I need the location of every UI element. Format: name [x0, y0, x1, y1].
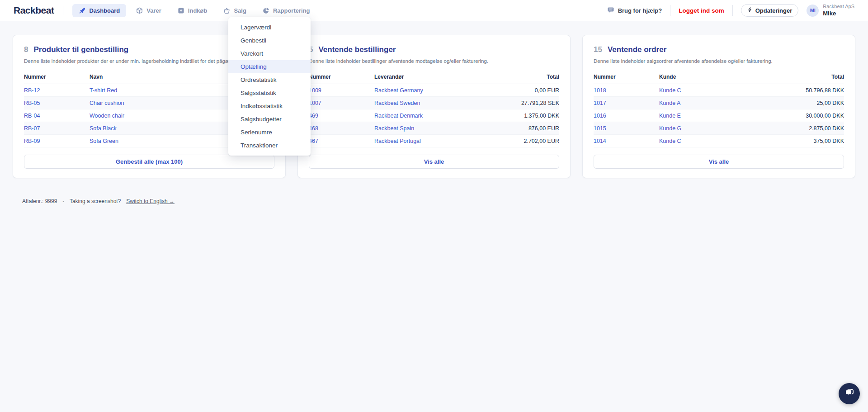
view-all-button[interactable]: Vis alle	[309, 155, 559, 169]
nav-item-rapportering[interactable]: Rapportering	[256, 4, 316, 17]
row-link[interactable]: RB-07	[24, 125, 90, 132]
chat-launcher-button[interactable]	[839, 383, 860, 404]
column-header: Nummer	[309, 74, 374, 80]
help-button[interactable]: Brug for hjælp?	[607, 6, 662, 15]
nav-item-dashboard[interactable]: Dashboard	[72, 4, 126, 17]
row-total: 2.875,00 DKK	[772, 125, 844, 132]
table-body: 1018Kunde C50.796,88 DKK1017Kunde A25,00…	[594, 84, 844, 147]
dot-separator: •	[62, 199, 64, 204]
row-link[interactable]: Kunde E	[659, 113, 772, 119]
divider	[732, 5, 733, 16]
row-link[interactable]: Kunde A	[659, 100, 772, 106]
view-all-button[interactable]: Vis alle	[594, 155, 844, 169]
table: NummerLeverandørTotal 1009Rackbeat Germa…	[309, 71, 559, 149]
row-total: 27.791,28 SEK	[487, 100, 559, 106]
navbar-right: Brug for hjælp? Logget ind som Opdaterin…	[607, 4, 854, 17]
table-header: NummerKundeTotal	[594, 71, 844, 84]
row-link[interactable]: Rackbeat Germany	[374, 87, 487, 94]
dropdown-item[interactable]: Optælling	[228, 60, 311, 73]
dropdown-item[interactable]: Indkøbsstatistik	[228, 99, 311, 113]
row-link[interactable]: 1018	[594, 87, 659, 94]
updates-button[interactable]: Opdateringer	[741, 4, 799, 17]
row-link[interactable]: 1007	[309, 100, 374, 106]
row-link[interactable]: Rackbeat Denmark	[374, 113, 487, 119]
row-link[interactable]: RB-05	[24, 100, 90, 106]
row-total: 0,00 EUR	[487, 87, 559, 94]
row-link[interactable]: 1017	[594, 100, 659, 106]
reorder-all-button[interactable]: Genbestil alle (max 100)	[24, 155, 274, 169]
card-description: Denne liste indeholder bestillinger afve…	[309, 58, 559, 64]
chat-bubbles-icon	[844, 387, 855, 400]
logged-in-as-banner[interactable]: Logget ind som	[679, 7, 724, 14]
row-link[interactable]: Rackbeat Sweden	[374, 100, 487, 106]
column-header: Nummer	[594, 74, 659, 80]
divider	[63, 5, 63, 15]
nav-item-label: Rapportering	[273, 7, 310, 14]
row-link[interactable]: Kunde C	[659, 87, 772, 94]
dropdown-item[interactable]: Salgsbudgetter	[228, 113, 311, 126]
table-row: 468Rackbeat Spain876,00 EUR	[309, 122, 559, 135]
dashboard-content: 8 Produkter til genbestilling Denne list…	[0, 21, 868, 178]
row-link[interactable]: 1014	[594, 138, 659, 144]
column-header: Total	[487, 74, 559, 80]
agreement-number: Aftalenr.: 9999	[22, 198, 57, 204]
card-title-link[interactable]: Ventende bestillinger	[318, 45, 396, 54]
nav-item-varer[interactable]: Varer	[130, 4, 168, 17]
card-count: 8	[24, 45, 28, 54]
row-link[interactable]: 1009	[309, 87, 374, 94]
table-row: 469Rackbeat Denmark1.375,00 DKK	[309, 109, 559, 122]
row-link[interactable]: Kunde G	[659, 125, 772, 132]
row-link[interactable]: 468	[309, 125, 374, 132]
row-link[interactable]: 1016	[594, 113, 659, 119]
inbox-arrow-icon	[178, 7, 184, 14]
row-link[interactable]: RB-09	[24, 138, 90, 144]
table-row: 1015Kunde G2.875,00 DKK	[594, 122, 844, 135]
rackbeat-logo[interactable]: Rackbeat	[14, 5, 54, 16]
avatar: MI	[807, 5, 819, 17]
row-link[interactable]: RB-04	[24, 113, 90, 119]
chat-square-icon	[607, 6, 614, 15]
switch-to-english-link[interactable]: Switch to English →	[126, 198, 175, 204]
dropdown-item[interactable]: Ordrestatistik	[228, 73, 311, 86]
row-link[interactable]: Rackbeat Spain	[374, 125, 487, 132]
divider	[670, 5, 670, 16]
table-row: 467Rackbeat Portugal2.702,00 EUR	[309, 135, 559, 147]
row-total: 25,00 DKK	[772, 100, 844, 106]
basket-icon	[223, 7, 230, 14]
row-link[interactable]: RB-12	[24, 87, 90, 94]
cube-icon	[136, 7, 143, 14]
table-row: 1018Kunde C50.796,88 DKK	[594, 84, 844, 97]
nav-item-indkob[interactable]: Indkøb	[171, 4, 214, 17]
column-header: Nummer	[24, 74, 90, 80]
row-link[interactable]: Kunde C	[659, 138, 772, 144]
dropdown-item[interactable]: Transaktioner	[228, 139, 311, 152]
table-body: 1009Rackbeat Germany0,00 EUR1007Rackbeat…	[309, 84, 559, 147]
pie-chart-icon	[263, 7, 269, 14]
table-header: NummerLeverandørTotal	[309, 71, 559, 84]
column-header: Total	[772, 74, 844, 80]
row-link[interactable]: 1015	[594, 125, 659, 132]
rocket-icon	[79, 7, 85, 14]
card-title-link[interactable]: Produkter til genbestilling	[33, 45, 128, 54]
dropdown-item[interactable]: Varekort	[228, 47, 311, 60]
card-pending-purchases: 5 Ventende bestillinger Denne liste inde…	[297, 35, 571, 178]
dropdown-item[interactable]: Serienumre	[228, 126, 311, 139]
row-link[interactable]: Rackbeat Portugal	[374, 138, 487, 144]
card-description: Denne liste indeholder salgsordrer afven…	[594, 58, 844, 64]
screenshot-question: Taking a screenshot?	[70, 198, 121, 204]
row-link[interactable]: 469	[309, 113, 374, 119]
nav-item-label: Varer	[146, 7, 161, 14]
user-menu[interactable]: MI Rackbeat ApS Mike	[807, 4, 854, 17]
top-navbar: Rackbeat Dashboard Varer Indkøb Salg	[0, 0, 868, 21]
table: NummerKundeTotal 1018Kunde C50.796,88 DK…	[594, 71, 844, 149]
card-title-link[interactable]: Ventende ordrer	[608, 45, 666, 54]
row-link[interactable]: 467	[309, 138, 374, 144]
dropdown-item[interactable]: Lagerværdi	[228, 21, 311, 34]
help-label: Brug for hjælp?	[618, 7, 662, 14]
dropdown-item[interactable]: Salgsstatistik	[228, 86, 311, 99]
main-nav: Dashboard Varer Indkøb Salg Rapportering	[72, 4, 316, 17]
dropdown-item[interactable]: Genbestil	[228, 34, 311, 47]
table-row: 1017Kunde A25,00 DKK	[594, 97, 844, 109]
nav-item-label: Dashboard	[89, 7, 120, 14]
nav-item-salg[interactable]: Salg	[217, 4, 252, 17]
